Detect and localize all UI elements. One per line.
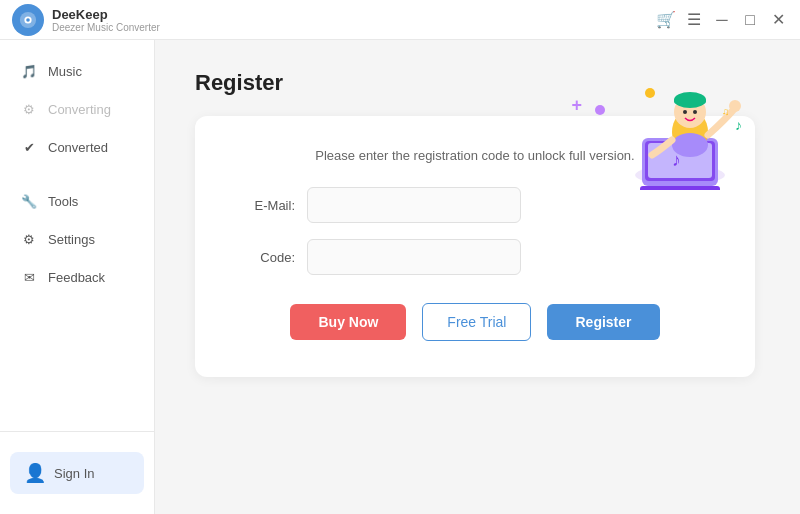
app-name: DeeKeep (52, 7, 160, 22)
sidebar: 🎵 Music ⚙ Converting ✔ Converted 🔧 Tools… (0, 40, 155, 514)
sidebar-item-tools[interactable]: 🔧 Tools (0, 182, 154, 220)
page-title: Register (195, 70, 283, 96)
svg-text:♫: ♫ (722, 106, 730, 117)
app-title: DeeKeep Deezer Music Converter (52, 7, 160, 33)
cross-decoration: + (571, 95, 582, 116)
window-controls: 🛒 ☰ ─ □ ✕ (656, 10, 788, 30)
email-input[interactable] (307, 187, 521, 223)
sidebar-item-settings[interactable]: ⚙ Settings (0, 220, 154, 258)
sidebar-item-converting: ⚙ Converting (0, 90, 154, 128)
music-icon: 🎵 (20, 62, 38, 80)
svg-point-10 (672, 133, 708, 157)
register-button[interactable]: Register (547, 304, 659, 340)
buy-now-button[interactable]: Buy Now (290, 304, 406, 340)
svg-rect-13 (674, 98, 706, 104)
sign-in-button[interactable]: 👤 Sign In (10, 452, 144, 494)
sidebar-label-tools: Tools (48, 194, 78, 209)
code-label: Code: (235, 250, 295, 265)
sidebar-item-music[interactable]: 🎵 Music (0, 52, 154, 90)
app-body: 🎵 Music ⚙ Converting ✔ Converted 🔧 Tools… (0, 40, 800, 514)
menu-icon[interactable]: ☰ (684, 10, 704, 30)
sidebar-label-settings: Settings (48, 232, 95, 247)
sidebar-label-feedback: Feedback (48, 270, 105, 285)
svg-point-2 (26, 18, 30, 22)
app-logo (12, 4, 44, 36)
title-bar: DeeKeep Deezer Music Converter 🛒 ☰ ─ □ ✕ (0, 0, 800, 40)
code-input[interactable] (307, 239, 521, 275)
code-row: Code: 🔑 (235, 239, 715, 275)
converting-icon: ⚙ (20, 100, 38, 118)
svg-point-14 (683, 110, 687, 114)
sidebar-bottom: 👤 Sign In (0, 431, 154, 502)
settings-icon: ⚙ (20, 230, 38, 248)
sign-in-label: Sign In (54, 466, 94, 481)
minimize-icon[interactable]: ─ (712, 10, 732, 30)
maximize-icon[interactable]: □ (740, 10, 760, 30)
svg-point-16 (729, 100, 741, 112)
user-icon: 👤 (24, 462, 46, 484)
email-row: E-Mail: ✉ (235, 187, 715, 223)
register-illustration: ♪ (590, 60, 770, 190)
svg-point-15 (693, 110, 697, 114)
code-input-wrapper: 🔑 (307, 239, 715, 275)
close-icon[interactable]: ✕ (768, 10, 788, 30)
tools-icon: 🔧 (20, 192, 38, 210)
converted-icon: ✔ (20, 138, 38, 156)
sidebar-label-converted: Converted (48, 140, 108, 155)
email-label: E-Mail: (235, 198, 295, 213)
button-row: Buy Now Free Trial Register (235, 303, 715, 341)
sidebar-label-converting: Converting (48, 102, 111, 117)
free-trial-button[interactable]: Free Trial (422, 303, 531, 341)
sidebar-label-music: Music (48, 64, 82, 79)
app-subtitle: Deezer Music Converter (52, 22, 160, 33)
sidebar-item-feedback[interactable]: ✉ Feedback (0, 258, 154, 296)
main-content: Register + ♪ (155, 40, 800, 514)
email-input-wrapper: ✉ (307, 187, 715, 223)
sidebar-item-converted[interactable]: ✔ Converted (0, 128, 154, 166)
cart-icon[interactable]: 🛒 (656, 10, 676, 30)
feedback-icon: ✉ (20, 268, 38, 286)
svg-text:♪: ♪ (735, 117, 742, 133)
